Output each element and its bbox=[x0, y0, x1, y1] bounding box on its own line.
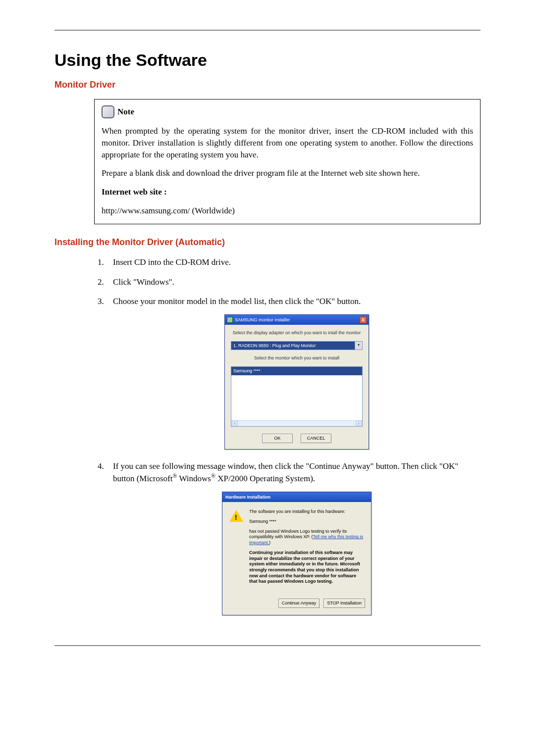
dialog-body: Select the display adapter on which you … bbox=[225, 325, 369, 449]
step-3-text: Choose your monitor model in the model l… bbox=[113, 297, 361, 306]
figure-hardware-installation: Hardware Installation ! The software you… bbox=[113, 492, 481, 615]
note-icon bbox=[102, 105, 114, 118]
monitor-instruction: Select the monitor which you want to ins… bbox=[231, 355, 363, 361]
continue-anyway-button[interactable]: Continue Anyway bbox=[278, 599, 320, 608]
step-4: If you can see following message window,… bbox=[106, 460, 481, 615]
top-rule bbox=[54, 30, 481, 31]
note-label: Note bbox=[117, 106, 134, 118]
stop-installation-button[interactable]: STOP Installation bbox=[323, 599, 365, 608]
hw-line-3b: ) bbox=[269, 540, 270, 545]
step-3: Choose your monitor model in the model l… bbox=[106, 296, 481, 449]
hw-titlebar: Hardware Installation bbox=[222, 492, 371, 503]
scroll-right-icon[interactable]: › bbox=[356, 421, 362, 426]
internet-website-label: Internet web site : bbox=[102, 186, 473, 198]
adapter-instruction: Select the display adapter on which you … bbox=[231, 330, 363, 336]
window-icon bbox=[227, 317, 233, 323]
note-box: Note When prompted by the operating syst… bbox=[94, 99, 481, 224]
chevron-down-icon[interactable]: ▾ bbox=[355, 342, 362, 350]
hw-body: ! The software you are installing for th… bbox=[222, 502, 371, 595]
hw-bold-warning: Continuing your installation of this sof… bbox=[249, 550, 364, 585]
exclamation-icon: ! bbox=[235, 513, 237, 523]
dialog-titlebar: SAMSUNG monitor installer X bbox=[225, 315, 369, 325]
cancel-button[interactable]: CANCEL bbox=[301, 434, 331, 443]
document-page: Using the Software Monitor Driver Note W… bbox=[0, 0, 535, 666]
note-paragraph-1: When prompted by the operating system fo… bbox=[102, 125, 473, 160]
hw-button-row: Continue Anyway STOP Installation bbox=[222, 595, 371, 615]
note-header: Note bbox=[102, 105, 134, 118]
monitor-list-item[interactable]: Samsung **** bbox=[231, 367, 362, 375]
monitor-listbox[interactable]: Samsung **** ‹ › bbox=[231, 366, 363, 427]
dialog-button-row: OK CANCEL bbox=[231, 434, 363, 443]
horizontal-scrollbar[interactable]: ‹ › bbox=[231, 420, 362, 426]
step-2: Click "Windows". bbox=[106, 276, 481, 288]
internet-website-url: http://www.samsung.com/ (Worldwide) bbox=[102, 205, 473, 217]
dialog-title: SAMSUNG monitor installer bbox=[235, 317, 290, 323]
hw-line-1: The software you are installing for this… bbox=[249, 509, 364, 515]
warning-icon: ! bbox=[229, 510, 243, 522]
section-monitor-driver: Monitor Driver bbox=[54, 80, 481, 90]
bottom-rule bbox=[54, 645, 481, 646]
step-1: Insert CD into the CD-ROM drive. bbox=[106, 256, 481, 268]
hardware-installation-dialog: Hardware Installation ! The software you… bbox=[222, 492, 372, 615]
close-button[interactable]: X bbox=[360, 316, 367, 323]
step-4-text-b: Windows bbox=[177, 474, 211, 483]
scroll-left-icon[interactable]: ‹ bbox=[232, 421, 238, 426]
samsung-installer-dialog: SAMSUNG monitor installer X Select the d… bbox=[224, 314, 369, 449]
page-title: Using the Software bbox=[54, 50, 481, 70]
ok-button[interactable]: OK bbox=[262, 434, 293, 443]
section-installing-driver: Installing the Monitor Driver (Automatic… bbox=[54, 237, 481, 248]
figure-samsung-installer: SAMSUNG monitor installer X Select the d… bbox=[113, 314, 481, 449]
adapter-selected: 1. RADEON 9550 : Plug and Play Monitor bbox=[233, 343, 316, 348]
adapter-dropdown[interactable]: 1. RADEON 9550 : Plug and Play Monitor ▾ bbox=[231, 341, 363, 351]
registered-mark-2: ® bbox=[211, 472, 215, 479]
hw-line-3: has not passed Windows Logo testing to v… bbox=[249, 529, 364, 546]
hw-message-text: The software you are installing for this… bbox=[249, 509, 364, 589]
hw-line-2: Samsung **** bbox=[249, 519, 364, 525]
step-4-text-c: XP/2000 Operating System). bbox=[215, 474, 315, 483]
note-paragraph-2: Prepare a blank disk and download the dr… bbox=[102, 167, 473, 179]
steps-list: Insert CD into the CD-ROM drive. Click "… bbox=[94, 256, 481, 615]
